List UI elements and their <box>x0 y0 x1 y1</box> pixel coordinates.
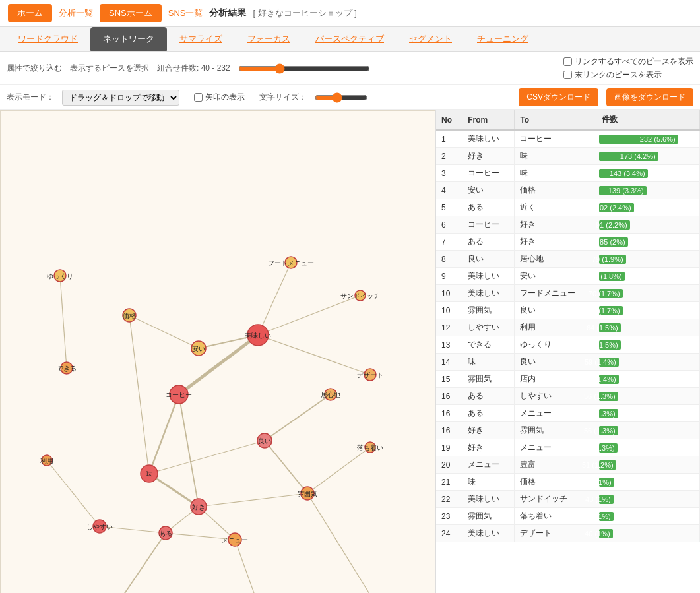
tab-segment[interactable]: セグメント <box>397 27 464 51</box>
table-row: 19好きメニュー55 (1.3%) <box>436 439 700 456</box>
cell-from: しやすい <box>462 319 515 336</box>
network-node[interactable]: しやすい <box>86 520 113 533</box>
csv-download-button[interactable]: CSVダウンロード <box>519 88 598 106</box>
network-edge <box>129 315 149 474</box>
network-edge <box>265 394 331 441</box>
table-row: 20メニュー豊富51 (1.2%) <box>436 456 700 474</box>
tab-wordcloud[interactable]: ワードクラウド <box>5 27 90 51</box>
network-edge <box>149 441 265 474</box>
tab-summarize[interactable]: サマライズ <box>167 27 235 51</box>
table-row: 2好き味173 (4.2%) <box>436 148 700 165</box>
node-label: 落ち着い <box>357 444 383 451</box>
tab-perspective[interactable]: パースペクティブ <box>303 27 397 51</box>
cell-no: 22 <box>436 491 462 508</box>
network-node[interactable]: ゆっくり <box>47 270 73 282</box>
cell-to: 落ち着い <box>515 508 596 525</box>
cell-no: 6 <box>436 216 462 234</box>
cell-no: 16 <box>436 422 462 439</box>
cell-from: できる <box>462 336 515 354</box>
network-node[interactable]: 味 <box>141 465 158 482</box>
cell-no: 10 <box>436 302 462 319</box>
network-node[interactable]: サンドイッチ <box>340 290 380 301</box>
display-options: リンクするすべてのピースを表示 末リンクのピースを表示 <box>563 56 693 80</box>
cell-from: 雰囲気 <box>462 371 515 388</box>
node-label: ゆっくり <box>47 272 73 280</box>
cell-from: 美味しい <box>462 491 515 508</box>
font-size-slider[interactable] <box>315 92 367 103</box>
cell-count: 40 (1%) <box>596 525 699 542</box>
page-title: 分析結果 <box>209 7 246 19</box>
sns-home-button[interactable]: SNSホーム <box>100 4 162 22</box>
link-all-checkbox[interactable] <box>563 57 572 66</box>
cell-count: 232 (5.6%) <box>596 130 699 148</box>
cell-to: 好き <box>515 234 596 251</box>
node-label: メニュー <box>222 536 248 544</box>
cell-to: 良い <box>515 354 596 371</box>
network-node[interactable]: できる <box>57 362 77 374</box>
node-label: 安い <box>192 345 205 352</box>
top-nav: ホーム 分析一覧 SNSホーム SNS一覧 分析結果 [ 好きなコーヒーショップ… <box>0 0 700 27</box>
cell-from: 好き <box>462 439 515 456</box>
cell-to: デザート <box>515 525 596 542</box>
node-label: 好き <box>192 503 205 511</box>
image-download-button[interactable]: 画像をダウンロード <box>606 88 693 106</box>
cell-from: 好き <box>462 422 515 439</box>
table-row: 10美味しいフードメニュー70 (1.7%) <box>436 285 700 302</box>
cell-to: ゆっくり <box>515 336 596 354</box>
cell-no: 3 <box>436 165 462 182</box>
cell-from: 美味しい <box>462 130 515 148</box>
cell-no: 12 <box>436 319 462 336</box>
arrow-option[interactable]: 矢印の表示 <box>194 92 245 103</box>
network-canvas[interactable]: 美味しいコーヒー味好き良い価格安いあるメニュー雰囲気居心地しやすい利用できるゆっ… <box>0 110 435 593</box>
arrow-checkbox[interactable] <box>194 93 203 102</box>
cell-from: 味 <box>462 474 515 491</box>
controls-row-1: 属性で絞り込む 表示するピースを選択 組合せ件数: 40 - 232 リンクする… <box>0 52 700 85</box>
main-area: 美味しいコーヒー味好き良い価格安いあるメニュー雰囲気居心地しやすい利用できるゆっ… <box>0 110 700 593</box>
display-mode-select[interactable]: ドラッグ＆ドロップで移動 <box>62 90 179 106</box>
node-label: できる <box>57 365 77 372</box>
network-node[interactable]: ある <box>159 526 172 540</box>
combo-range-slider[interactable] <box>238 63 370 74</box>
cell-no: 10 <box>436 285 462 302</box>
sns-list-link[interactable]: SNS一覧 <box>168 7 203 19</box>
controls-row-2: 表示モード： ドラッグ＆ドロップで移動 矢印の表示 文字サイズ： CSVダウンロ… <box>0 85 700 110</box>
network-node[interactable]: 好き <box>191 499 207 515</box>
network-edge <box>199 493 307 507</box>
home-button[interactable]: ホーム <box>8 4 52 22</box>
cell-no: 4 <box>436 182 462 199</box>
network-edge <box>149 394 179 474</box>
cell-count: 63 (1.5%) <box>596 336 699 354</box>
network-node[interactable]: デザート <box>357 369 383 381</box>
table-row: 16あるメニュー56 (1.3%) <box>436 405 700 422</box>
cell-to: 近く <box>515 199 596 216</box>
cell-count: 79 (1.9%) <box>596 251 699 268</box>
cell-count: 56 (1.3%) <box>596 422 699 439</box>
cell-count: 143 (3.4%) <box>596 165 699 182</box>
tab-focus[interactable]: フォーカス <box>235 27 303 51</box>
cell-from: ある <box>462 405 515 422</box>
network-edge <box>47 460 100 526</box>
cell-count: 70 (1.7%) <box>596 285 699 302</box>
network-node[interactable]: 価格 <box>123 309 136 322</box>
network-node[interactable]: メニュー <box>222 533 248 546</box>
network-node[interactable]: 落ち着い <box>357 442 383 453</box>
cell-to: 好き <box>515 216 596 234</box>
network-node[interactable]: 利用 <box>40 455 53 466</box>
network-node[interactable]: 安い <box>191 341 206 356</box>
cell-to: 味 <box>515 165 596 182</box>
tab-tuning[interactable]: チューニング <box>464 27 541 51</box>
network-node[interactable]: フードメニュー <box>268 257 314 268</box>
data-table: No From To 件数 1美味しいコーヒー232 (5.6%)2好き味173… <box>436 110 700 542</box>
network-edge <box>60 276 67 368</box>
cell-from: 美味しい <box>462 525 515 542</box>
no-link-option[interactable]: 末リンクのピースを表示 <box>563 69 693 80</box>
node-label: フードメニュー <box>268 259 314 266</box>
tab-network[interactable]: ネットワーク <box>90 27 167 51</box>
cell-from: 美味しい <box>462 285 515 302</box>
link-all-option[interactable]: リンクするすべてのピースを表示 <box>563 56 693 67</box>
analysis-list-link[interactable]: 分析一覧 <box>59 7 93 19</box>
network-node[interactable]: 良い <box>257 433 272 448</box>
no-link-checkbox[interactable] <box>563 71 572 79</box>
table-row: 9美味しい安い75 (1.8%) <box>436 268 700 285</box>
network-edge <box>235 540 268 593</box>
